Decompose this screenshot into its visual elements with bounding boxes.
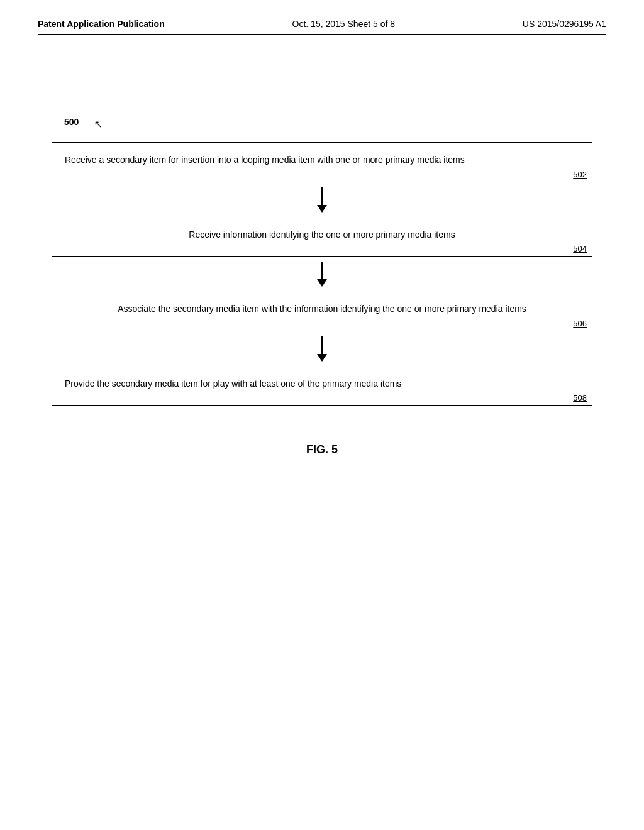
arrow-1 (52, 182, 592, 218)
diagram-area: 500 ↗ Receive a secondary item for inser… (38, 117, 606, 456)
arrow-2 (52, 257, 592, 292)
arrow-line-2 (321, 262, 323, 279)
flow-box-502: Receive a secondary item for insertion i… (52, 143, 592, 182)
header-left: Patent Application Publication (38, 19, 165, 29)
flow-box-504-text: Receive information identifying the one … (65, 229, 579, 241)
start-arrow-icon: ↗ (94, 118, 103, 130)
arrow-line-3 (321, 336, 323, 354)
box-number-504: 504 (573, 244, 587, 253)
flow-box-504: Receive information identifying the one … (52, 218, 592, 257)
arrow-head-2 (317, 279, 327, 287)
header-right: US 2015/0296195 A1 (523, 19, 606, 29)
arrow-head-3 (317, 354, 327, 362)
arrow-head-1 (317, 205, 327, 213)
arrow-3 (52, 331, 592, 367)
fig-label: FIG. 5 (306, 443, 338, 456)
flow-box-506: Associate the secondary media item with … (52, 292, 592, 331)
header-center: Oct. 15, 2015 Sheet 5 of 8 (292, 19, 395, 29)
box-number-506: 506 (573, 319, 587, 328)
page: Patent Application Publication Oct. 15, … (0, 0, 644, 830)
flow-box-508-text: Provide the secondary media item for pla… (65, 378, 579, 390)
arrow-line-1 (321, 187, 323, 205)
box-number-508: 508 (573, 393, 587, 402)
flow-box-508: Provide the secondary media item for pla… (52, 367, 592, 406)
flow-box-502-text: Receive a secondary item for insertion i… (65, 154, 579, 167)
flow-box-506-text: Associate the secondary media item with … (65, 303, 579, 316)
start-label: 500 (64, 117, 79, 127)
box-number-502: 502 (573, 170, 587, 179)
page-header: Patent Application Publication Oct. 15, … (38, 19, 606, 35)
